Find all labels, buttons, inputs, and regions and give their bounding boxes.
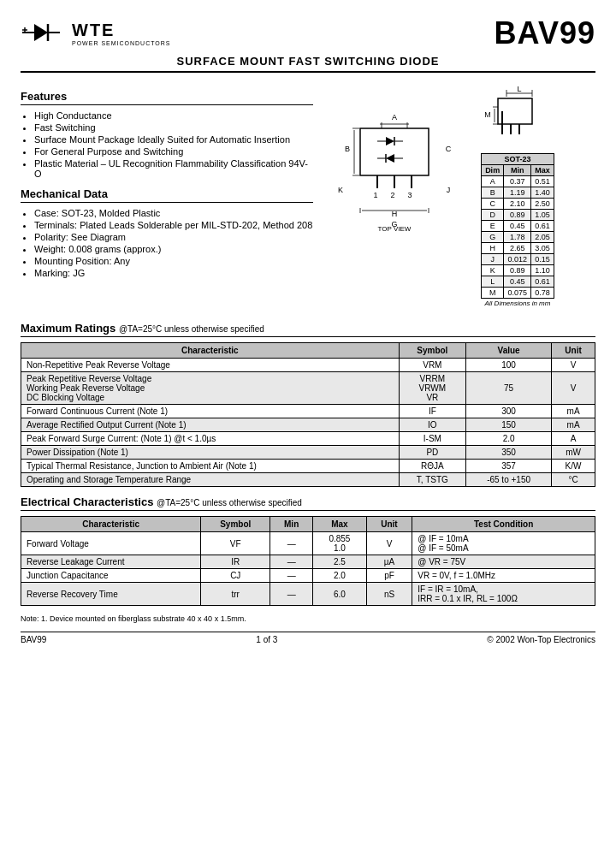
footer-left: BAV99 bbox=[21, 635, 46, 644]
svg-text:2: 2 bbox=[390, 191, 394, 199]
note-text: Note: 1. Device mounted on fiberglass su… bbox=[21, 614, 595, 623]
mech-item: Weight: 0.008 grams (approx.) bbox=[34, 244, 313, 254]
footer-right: © 2002 Won-Top Electronics bbox=[487, 635, 595, 644]
mech-item: Polarity: See Diagram bbox=[34, 232, 313, 242]
mechanical-list: Case: SOT-23, Molded Plastic Terminals: … bbox=[21, 208, 313, 278]
col-value: Value bbox=[466, 343, 552, 359]
sot23-cell: H bbox=[482, 243, 504, 254]
page-footer: BAV99 1 of 3 © 2002 Won-Top Electronics bbox=[21, 632, 595, 644]
svg-rect-6 bbox=[360, 128, 429, 175]
sot23-cell: 0.075 bbox=[504, 288, 531, 299]
logo-text: WTE POWER SEMICONDUCTORS bbox=[72, 21, 171, 46]
elec-col-max: Max bbox=[313, 517, 367, 532]
logo-diode-symbol bbox=[21, 15, 65, 51]
max-ratings-table: Characteristic Symbol Value Unit Non-Rep… bbox=[21, 342, 595, 487]
mech-item: Marking: JG bbox=[34, 268, 313, 278]
logo-wte: WTE bbox=[72, 21, 171, 40]
sot23-cell: 0.012 bbox=[504, 254, 531, 265]
page-header: WTE POWER SEMICONDUCTORS BAV99 bbox=[21, 15, 595, 51]
elec-col-char: Characteristic bbox=[21, 517, 201, 532]
features-list: High Conductance Fast Switching Surface … bbox=[21, 110, 313, 179]
sot23-cell: 1.10 bbox=[531, 265, 554, 276]
elec-col-cond: Test Condition bbox=[412, 517, 595, 532]
left-column: Features High Conductance Fast Switching… bbox=[21, 81, 313, 313]
svg-marker-12 bbox=[386, 154, 394, 163]
feature-item: Plastic Material – UL Recognition Flamma… bbox=[34, 158, 313, 179]
sot23-cell: 0.61 bbox=[531, 221, 554, 232]
sot23-note: All Dimensions in mm bbox=[482, 299, 554, 309]
package-diagram: 1 2 3 A B C H K bbox=[322, 81, 476, 235]
max-ratings-title: Maximum Ratings @TA=25°C unless otherwis… bbox=[21, 322, 595, 337]
table-row: Junction CapacitanceCJ—2.0pFVR = 0V, f =… bbox=[21, 569, 595, 583]
features-section: Features High Conductance Fast Switching… bbox=[21, 81, 595, 313]
sot23-cell: C bbox=[482, 199, 504, 210]
sot23-cell: M bbox=[482, 288, 504, 299]
right-column: 1 2 3 A B C H K bbox=[322, 81, 595, 313]
sot23-cell: A bbox=[482, 176, 504, 187]
part-subtitle: SURFACE MOUNT FAST SWITCHING DIODE bbox=[21, 55, 595, 73]
sot23-cell: 0.51 bbox=[531, 176, 554, 187]
diagram-area: 1 2 3 A B C H K bbox=[322, 81, 595, 308]
svg-text:C: C bbox=[446, 145, 452, 153]
table-row: Reverse Leakage CurrentIR—2.5µA@ VR = 75… bbox=[21, 555, 595, 569]
svg-text:M: M bbox=[484, 110, 491, 119]
sot23-cell: J bbox=[482, 254, 504, 265]
sot23-cell: 3.05 bbox=[531, 243, 554, 254]
table-row: Non-Repetitive Peak Reverse VoltageVRM10… bbox=[21, 359, 595, 372]
svg-marker-1 bbox=[34, 24, 48, 41]
feature-item: For General Purpose and Switching bbox=[34, 146, 313, 157]
sot23-cell: 0.89 bbox=[504, 265, 531, 276]
elec-title: Electrical Characteristics @TA=25°C unle… bbox=[21, 495, 595, 511]
table-row: Operating and Storage Temperature RangeT… bbox=[21, 473, 595, 487]
elec-col-min: Min bbox=[270, 517, 313, 532]
elec-col-sym: Symbol bbox=[201, 517, 270, 532]
feature-item: Fast Switching bbox=[34, 122, 313, 133]
svg-text:TOP VIEW: TOP VIEW bbox=[378, 225, 412, 233]
elec-subtitle: @TA=25°C unless otherwise specified bbox=[157, 498, 302, 507]
table-row: Typical Thermal Resistance, Junction to … bbox=[21, 460, 595, 473]
sot23-cell: 1.05 bbox=[531, 210, 554, 221]
sot23-header-max: Max bbox=[531, 165, 554, 176]
col-symbol: Symbol bbox=[399, 343, 465, 359]
sot23-cell: 1.78 bbox=[504, 232, 531, 243]
svg-text:K: K bbox=[338, 186, 343, 194]
sot23-cell: 2.50 bbox=[531, 199, 554, 210]
svg-text:1: 1 bbox=[373, 191, 377, 199]
max-ratings-subtitle: @TA=25°C unless otherwise specified bbox=[119, 324, 264, 334]
footer-center: 1 of 3 bbox=[256, 635, 277, 644]
sot23-cell: 0.61 bbox=[531, 276, 554, 288]
logo-area: WTE POWER SEMICONDUCTORS bbox=[21, 15, 171, 51]
sot23-cell: D bbox=[482, 210, 504, 221]
table-row: Reverse Recovery Timetrr—6.0nSIF = IR = … bbox=[21, 583, 595, 606]
table-row: Power Dissipation (Note 1)PD350mW bbox=[21, 446, 595, 460]
col-unit: Unit bbox=[552, 343, 595, 359]
part-number: BAV99 bbox=[495, 15, 595, 51]
sot23-cell: 1.19 bbox=[504, 187, 531, 199]
mech-item: Terminals: Plated Leads Solderable per M… bbox=[34, 220, 313, 230]
elec-table: Characteristic Symbol Min Max Unit Test … bbox=[21, 516, 595, 606]
sot23-cell: 2.05 bbox=[531, 232, 554, 243]
logo-tagline: POWER SEMICONDUCTORS bbox=[72, 40, 171, 46]
sot23-cell: G bbox=[482, 232, 504, 243]
svg-text:A: A bbox=[392, 113, 397, 122]
mechanical-title: Mechanical Data bbox=[21, 187, 313, 203]
sot23-cell: 0.45 bbox=[504, 276, 531, 288]
sot23-cell: 0.37 bbox=[504, 176, 531, 187]
sot23-cell: 0.78 bbox=[531, 288, 554, 299]
sot23-title: SOT-23 bbox=[482, 154, 554, 165]
elec-col-unit: Unit bbox=[366, 517, 412, 532]
sot23-header-min: Min bbox=[504, 165, 531, 176]
table-row: Average Rectified Output Current (Note 1… bbox=[21, 418, 595, 432]
col-characteristic: Characteristic bbox=[21, 343, 400, 359]
sot23-cell: L bbox=[482, 276, 504, 288]
svg-text:B: B bbox=[345, 145, 350, 153]
svg-text:L: L bbox=[517, 85, 521, 93]
sot23-cell: 1.40 bbox=[531, 187, 554, 199]
sot23-cell: 0.15 bbox=[531, 254, 554, 265]
sot23-cell: K bbox=[482, 265, 504, 276]
sot23-cell: B bbox=[482, 187, 504, 199]
sot23-cell: 2.65 bbox=[504, 243, 531, 254]
table-row: Peak Forward Surge Current: (Note 1) @t … bbox=[21, 432, 595, 446]
sot23-cell: 0.45 bbox=[504, 221, 531, 232]
feature-item: High Conductance bbox=[34, 110, 313, 121]
